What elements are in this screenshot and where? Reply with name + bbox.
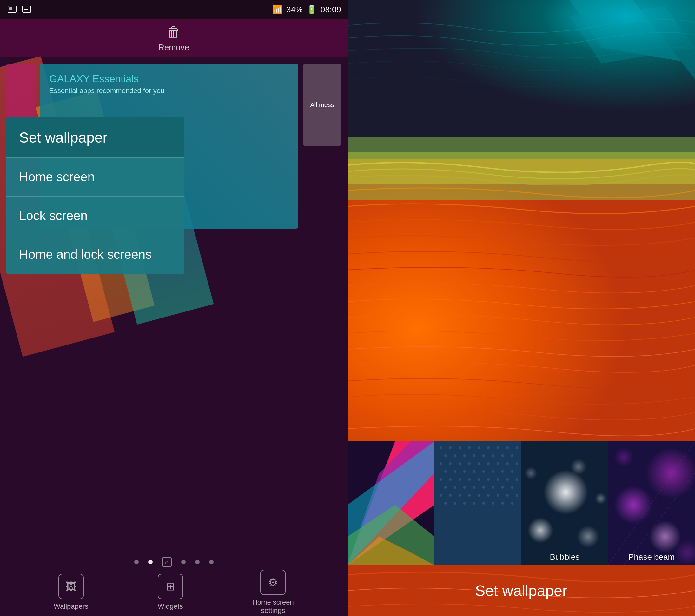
svg-point-28 — [516, 447, 518, 449]
svg-point-30 — [454, 454, 456, 457]
svg-point-60 — [497, 478, 499, 481]
widgets-icon-box: ⊞ — [158, 574, 183, 599]
svg-point-80 — [444, 502, 447, 504]
edit-icon — [21, 4, 32, 15]
svg-point-47 — [454, 470, 456, 473]
svg-point-78 — [506, 494, 509, 497]
time-display: 08:09 — [321, 5, 341, 15]
svg-point-85 — [492, 502, 494, 504]
wallpaper-svg — [348, 0, 695, 442]
svg-point-44 — [506, 462, 509, 465]
thumbnail-1[interactable] — [348, 442, 435, 565]
svg-point-62 — [516, 478, 518, 481]
thumb-3-label: Bubbles — [521, 552, 608, 562]
widgets-button[interactable]: ⊞ Widgets — [158, 574, 183, 611]
svg-point-54 — [440, 478, 442, 481]
svg-rect-19 — [435, 442, 521, 565]
svg-point-33 — [482, 454, 485, 457]
svg-point-39 — [459, 462, 461, 465]
svg-point-84 — [482, 502, 485, 504]
svg-point-42 — [487, 462, 490, 465]
svg-point-66 — [473, 486, 475, 489]
set-wallpaper-bar[interactable]: Set wallpaper — [348, 565, 695, 616]
svg-point-70 — [511, 486, 513, 489]
svg-point-27 — [506, 447, 509, 449]
svg-point-56 — [459, 478, 461, 481]
nav-dot-3 — [195, 560, 200, 564]
svg-point-37 — [440, 462, 442, 465]
svg-point-96 — [646, 448, 695, 499]
nav-dot-active — [148, 560, 153, 564]
svg-point-20 — [440, 447, 442, 449]
svg-point-21 — [449, 447, 452, 449]
svg-point-93 — [524, 467, 537, 480]
battery-icon: 🔋 — [307, 5, 317, 15]
home-screen-option[interactable]: Home screen — [6, 158, 184, 196]
svg-point-87 — [511, 502, 513, 504]
svg-point-38 — [449, 462, 452, 465]
settings-icon-box: ⚙ — [260, 570, 286, 595]
svg-rect-12 — [348, 152, 695, 184]
svg-point-90 — [527, 518, 553, 543]
thumbnail-strip: Bubbles — [348, 442, 695, 565]
svg-point-36 — [511, 454, 513, 457]
svg-point-41 — [478, 462, 480, 465]
svg-point-55 — [449, 478, 452, 481]
svg-point-76 — [487, 494, 490, 497]
messages-tile[interactable]: All mess — [303, 64, 341, 146]
svg-point-22 — [459, 447, 461, 449]
svg-point-79 — [516, 494, 518, 497]
nav-dot-4 — [209, 560, 214, 564]
lock-screen-option[interactable]: Lock screen — [6, 197, 184, 235]
svg-point-99 — [614, 448, 633, 467]
svg-point-97 — [614, 486, 652, 524]
svg-point-94 — [595, 493, 606, 504]
thumbnail-2[interactable] — [435, 442, 521, 565]
thumbnail-4[interactable]: Phase beam — [608, 442, 695, 565]
svg-point-89 — [543, 470, 588, 514]
bottom-nav: ⌂ — [0, 552, 348, 571]
svg-point-57 — [468, 478, 471, 481]
svg-point-67 — [482, 486, 485, 489]
svg-point-40 — [468, 462, 471, 465]
menu-header: Set wallpaper — [6, 117, 184, 157]
svg-point-74 — [468, 494, 471, 497]
svg-point-24 — [478, 447, 480, 449]
svg-point-49 — [473, 470, 475, 473]
svg-point-48 — [463, 470, 466, 473]
svg-point-71 — [440, 494, 442, 497]
top-toolbar: 🗑 Remove — [0, 19, 348, 57]
galaxy-essentials-title: GALAXY Essentials — [49, 73, 289, 85]
nav-home: ⌂ — [162, 557, 172, 567]
svg-point-53 — [511, 470, 513, 473]
wallpaper-preview — [348, 0, 695, 442]
svg-point-64 — [454, 486, 456, 489]
svg-point-23 — [468, 447, 471, 449]
svg-point-51 — [492, 470, 494, 473]
svg-point-58 — [478, 478, 480, 481]
svg-point-73 — [459, 494, 461, 497]
wallpapers-label: Wallpapers — [54, 602, 88, 611]
screenshot-icon — [6, 4, 18, 15]
status-bar: 📶 34% 🔋 08:09 — [0, 0, 348, 19]
svg-point-68 — [492, 486, 494, 489]
nav-dot-2 — [181, 560, 186, 564]
svg-point-43 — [497, 462, 499, 465]
svg-point-45 — [516, 462, 518, 465]
svg-point-61 — [506, 478, 509, 481]
svg-point-65 — [463, 486, 466, 489]
svg-point-32 — [473, 454, 475, 457]
home-screen-settings-button[interactable]: ⚙ Home screen settings — [252, 570, 294, 615]
svg-point-72 — [449, 494, 452, 497]
galaxy-essentials-subtitle: Essential apps recommended for you — [49, 87, 289, 95]
svg-point-31 — [463, 454, 466, 457]
home-and-lock-option[interactable]: Home and lock screens — [6, 235, 184, 274]
svg-point-35 — [502, 454, 504, 457]
left-panel: 📶 34% 🔋 08:09 🗑 Remove ♥ GALAXY Essentia… — [0, 0, 348, 616]
widgets-label: Widgets — [158, 602, 183, 611]
svg-point-81 — [454, 502, 456, 504]
set-wallpaper-text: Set wallpaper — [475, 582, 567, 599]
wallpapers-button[interactable]: 🖼 Wallpapers — [54, 574, 88, 611]
all-messages-text: All mess — [310, 101, 334, 109]
thumbnail-3[interactable]: Bubbles — [521, 442, 608, 565]
